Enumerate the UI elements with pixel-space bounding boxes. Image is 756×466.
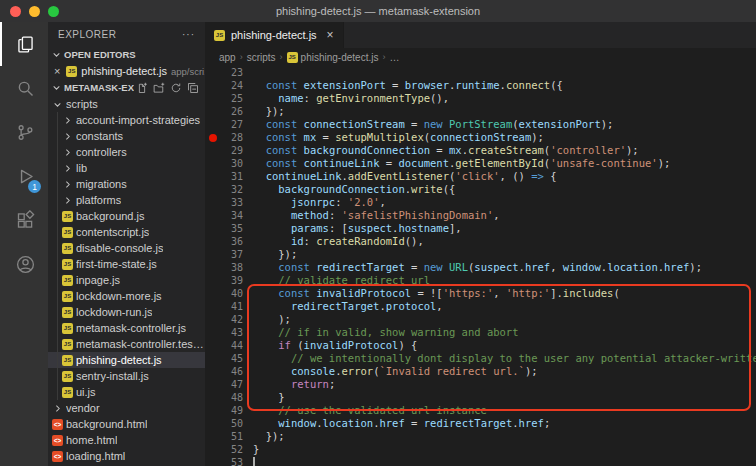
code-area[interactable]: 2324 const extensionPort = browser.runti… — [205, 66, 756, 466]
code-line-24[interactable]: 24 const extensionPort = browser.runtime… — [205, 79, 756, 92]
code-line-35[interactable]: 35 params: [suspect.hostname], — [205, 222, 756, 235]
tree-item-constants[interactable]: constants — [48, 128, 205, 144]
workspace-header[interactable]: METAMASK-EXTENS... — [48, 79, 205, 96]
close-icon[interactable]: × — [54, 65, 62, 77]
code-line-42[interactable]: 42 ); — [205, 313, 756, 326]
tree-item-scripts[interactable]: scripts — [48, 96, 205, 112]
activity-account-button[interactable] — [0, 242, 48, 286]
code-line-33[interactable]: 33 jsonrpc: '2.0', — [205, 196, 756, 209]
close-icon[interactable]: × — [327, 28, 334, 42]
open-editors-header[interactable]: OPEN EDITORS — [48, 46, 205, 63]
line-number[interactable]: 50 — [205, 417, 245, 430]
tree-item-lockdown-more.js[interactable]: JSlockdown-more.js — [48, 288, 205, 304]
code-line-26[interactable]: 26 }); — [205, 105, 756, 118]
tree-item-controllers[interactable]: controllers — [48, 144, 205, 160]
tree-item-first-time-state.js[interactable]: JSfirst-time-state.js — [48, 256, 205, 272]
minimize-window-button[interactable] — [29, 6, 40, 17]
breakpoint-icon[interactable] — [209, 134, 217, 142]
code-line-48[interactable]: 48 } — [205, 391, 756, 404]
line-number[interactable]: 51 — [205, 430, 245, 443]
code-line-50[interactable]: 50 window.location.href = redirectTarget… — [205, 417, 756, 430]
line-number[interactable]: 42 — [205, 313, 245, 326]
code-line-38[interactable]: 38 const redirectTarget = new URL(suspec… — [205, 261, 756, 274]
zoom-window-button[interactable] — [48, 6, 59, 17]
line-number[interactable]: 40 — [205, 287, 245, 300]
code-line-46[interactable]: 46 console.error(`Invalid redirect url.`… — [205, 365, 756, 378]
activity-explorer-button[interactable] — [0, 22, 48, 66]
line-number[interactable]: 27 — [205, 118, 245, 131]
code-line-49[interactable]: 49 // use the validated url instance — [205, 404, 756, 417]
tree-item-background.html[interactable]: <>background.html — [48, 416, 205, 432]
code-line-41[interactable]: 41 redirectTarget.protocol, — [205, 300, 756, 313]
tree-item-disable-console.js[interactable]: JSdisable-console.js — [48, 240, 205, 256]
code-line-31[interactable]: 31 continueLink.addEventListener('click'… — [205, 170, 756, 183]
tree-item-account-import-strategies[interactable]: account-import-strategies — [48, 112, 205, 128]
tree-item-vendor[interactable]: vendor — [48, 400, 205, 416]
line-number[interactable]: 49 — [205, 404, 245, 417]
line-number[interactable]: 26 — [205, 105, 245, 118]
new-file-icon[interactable] — [136, 82, 148, 94]
line-number[interactable]: 31 — [205, 170, 245, 183]
line-number[interactable]: 46 — [205, 365, 245, 378]
line-number[interactable]: 29 — [205, 144, 245, 157]
code-line-51[interactable]: 51 }); — [205, 430, 756, 443]
code-line-25[interactable]: 25 name: getEnvironmentType(), — [205, 92, 756, 105]
code-line-40[interactable]: 40 const invalidProtocol = !['https:', '… — [205, 287, 756, 300]
breadcrumb-item-phishing-detect.js[interactable]: JSphishing-detect.js — [287, 52, 379, 63]
breadcrumb-item-app[interactable]: app — [219, 52, 236, 63]
tab-phishing-detect[interactable]: JS phishing-detect.js × — [205, 22, 344, 48]
collapse-all-icon[interactable] — [187, 82, 199, 94]
tree-item-inpage.js[interactable]: JSinpage.js — [48, 272, 205, 288]
line-number[interactable]: 35 — [205, 222, 245, 235]
code-line-43[interactable]: 43 // if in valid, show warning and abor… — [205, 326, 756, 339]
tree-item-home.html[interactable]: <>home.html — [48, 432, 205, 448]
refresh-icon[interactable] — [170, 82, 182, 94]
line-number[interactable]: 44 — [205, 339, 245, 352]
code-line-44[interactable]: 44 if (invalidProtocol) { — [205, 339, 756, 352]
tree-item-migrations[interactable]: migrations — [48, 176, 205, 192]
line-number[interactable]: 32 — [205, 183, 245, 196]
line-number[interactable]: 45 — [205, 352, 245, 365]
line-number[interactable]: 37 — [205, 248, 245, 261]
code-line-32[interactable]: 32 backgroundConnection.write({ — [205, 183, 756, 196]
code-line-52[interactable]: 52} — [205, 443, 756, 456]
line-number[interactable]: 38 — [205, 261, 245, 274]
tree-item-ui.js[interactable]: JSui.js — [48, 384, 205, 400]
code-line-45[interactable]: 45 // we intentionally dont display to t… — [205, 352, 756, 365]
code-line-27[interactable]: 27 const connectionStream = new PortStre… — [205, 118, 756, 131]
line-number[interactable]: 41 — [205, 300, 245, 313]
line-number[interactable]: 30 — [205, 157, 245, 170]
line-number[interactable]: 43 — [205, 326, 245, 339]
line-number[interactable]: 24 — [205, 79, 245, 92]
line-number[interactable]: 48 — [205, 391, 245, 404]
activity-extensions-button[interactable] — [0, 198, 48, 242]
open-editor-item[interactable]: × JS phishing-detect.js app/scri... — [48, 63, 205, 79]
code-line-34[interactable]: 34 method: 'safelistPhishingDomain', — [205, 209, 756, 222]
code-line-36[interactable]: 36 id: createRandomId(), — [205, 235, 756, 248]
tree-item-loading.html[interactable]: <>loading.html — [48, 448, 205, 464]
close-window-button[interactable] — [10, 6, 21, 17]
code-line-29[interactable]: 29 const backgroundConnection = mx.creat… — [205, 144, 756, 157]
code-line-28[interactable]: 28 const mx = setupMultiplex(connectionS… — [205, 131, 756, 144]
new-folder-icon[interactable] — [153, 82, 165, 94]
tree-item-lockdown-run.js[interactable]: JSlockdown-run.js — [48, 304, 205, 320]
explorer-more-button[interactable]: ··· — [182, 29, 195, 40]
tree-item-phishing-detect.js[interactable]: JSphishing-detect.js — [48, 352, 205, 368]
code-line-47[interactable]: 47 return; — [205, 378, 756, 391]
tree-item-metamask-controller.js[interactable]: JSmetamask-controller.js — [48, 320, 205, 336]
line-number[interactable]: 25 — [205, 92, 245, 105]
line-number[interactable]: 52 — [205, 443, 245, 456]
breadcrumb-item-scripts[interactable]: scripts — [247, 52, 276, 63]
tree-item-background.js[interactable]: JSbackground.js — [48, 208, 205, 224]
tree-item-platforms[interactable]: platforms — [48, 192, 205, 208]
activity-run-debug-button[interactable]: 1 — [0, 154, 48, 198]
breadcrumb-item-…[interactable]: … — [389, 52, 399, 63]
tree-item-sentry-install.js[interactable]: JSsentry-install.js — [48, 368, 205, 384]
line-number[interactable]: 34 — [205, 209, 245, 222]
line-number[interactable]: 39 — [205, 274, 245, 287]
line-number[interactable]: 36 — [205, 235, 245, 248]
line-number[interactable]: 53 — [205, 456, 245, 466]
line-number[interactable]: 23 — [205, 66, 245, 79]
code-line-53[interactable]: 53 — [205, 456, 756, 466]
code-line-30[interactable]: 30 const continueLink = document.getElem… — [205, 157, 756, 170]
